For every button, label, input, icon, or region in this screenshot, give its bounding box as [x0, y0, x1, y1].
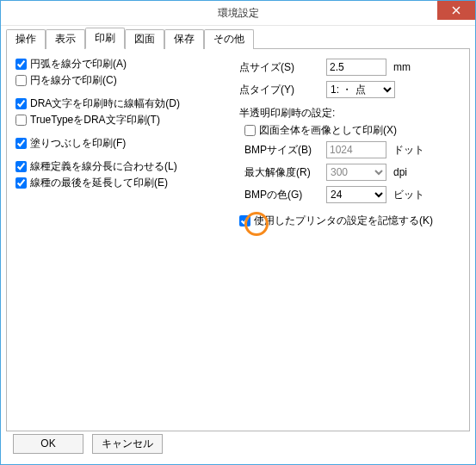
lbl-bmp-size: BMPサイズ(B): [244, 143, 321, 158]
lbl-point-size: 点サイズ(S): [239, 60, 321, 75]
chk-linestyle-fit[interactable]: 線種定義を線分長に合わせる(L): [15, 159, 231, 174]
input-bmp-size[interactable]: [326, 141, 386, 158]
right-column: 点サイズ(S) mm 点タイプ(Y) 1: ・ 点 半透明印刷時の設定: 図面全…: [239, 56, 461, 424]
chk-fill-print[interactable]: 塗りつぶしを印刷(F): [15, 136, 231, 151]
unit-point-size: mm: [393, 61, 411, 73]
tab-sousa[interactable]: 操作: [6, 29, 46, 49]
unit-bmp-color: ビット: [393, 188, 424, 202]
tab-zumen[interactable]: 図面: [125, 29, 164, 49]
close-button[interactable]: [437, 1, 475, 20]
ok-button[interactable]: OK: [13, 434, 83, 454]
chk-remember-printer[interactable]: 使用したプリンタの設定を記憶する(K): [239, 214, 461, 228]
chk-truetype-as-dra-box[interactable]: [15, 115, 27, 126]
chk-remember-printer-box[interactable]: [239, 215, 250, 226]
lbl-semi-header: 半透明印刷時の設定:: [239, 106, 461, 121]
lbl-max-res: 最大解像度(R): [244, 165, 321, 180]
left-column: 円弧を線分で印刷(A) 円を線分で印刷(C) DRA文字を印刷時に線幅有効(D)…: [15, 56, 231, 424]
chk-linestyle-extend-box[interactable]: [15, 177, 27, 189]
tab-sonota[interactable]: その他: [204, 29, 254, 49]
chk-print-whole-image-box[interactable]: [244, 125, 256, 136]
chk-dra-linewidth[interactable]: DRA文字を印刷時に線幅有効(D): [15, 96, 231, 111]
chk-fill-print-box[interactable]: [15, 138, 27, 149]
select-bmp-color[interactable]: 24: [326, 186, 386, 203]
titlebar: 環境設定: [1, 1, 475, 26]
chk-arc-as-lines[interactable]: 円弧を線分で印刷(A): [15, 57, 231, 71]
chk-dra-linewidth-box[interactable]: [15, 98, 27, 109]
chk-arc-as-lines-box[interactable]: [15, 59, 27, 70]
select-max-res[interactable]: 300: [326, 164, 386, 181]
lbl-bmp-color: BMPの色(G): [244, 188, 321, 202]
chk-linestyle-fit-box[interactable]: [15, 161, 27, 172]
select-point-type[interactable]: 1: ・ 点: [326, 81, 395, 98]
tab-strip: 操作 表示 印刷 図面 保存 その他: [6, 29, 470, 48]
tab-insatsu[interactable]: 印刷: [85, 28, 125, 49]
input-point-size[interactable]: [326, 59, 386, 76]
bottom-bar: OK キャンセル: [6, 431, 470, 459]
print-panel: 円弧を線分で印刷(A) 円を線分で印刷(C) DRA文字を印刷時に線幅有効(D)…: [6, 48, 470, 431]
tab-hyouji[interactable]: 表示: [46, 29, 85, 49]
close-icon: [452, 6, 461, 15]
window-title: 環境設定: [218, 6, 259, 21]
chk-circle-as-lines-box[interactable]: [15, 75, 27, 86]
tab-hozon[interactable]: 保存: [164, 29, 204, 49]
chk-print-whole-image[interactable]: 図面全体を画像として印刷(X): [244, 123, 461, 138]
chk-truetype-as-dra[interactable]: TrueTypeをDRA文字印刷(T): [15, 113, 231, 127]
cancel-button[interactable]: キャンセル: [92, 434, 163, 454]
chk-linestyle-extend[interactable]: 線種の最後を延長して印刷(E): [15, 176, 231, 190]
unit-bmp-size: ドット: [393, 143, 424, 158]
chk-circle-as-lines[interactable]: 円を線分で印刷(C): [15, 73, 231, 88]
lbl-point-type: 点タイプ(Y): [239, 83, 321, 97]
unit-max-res: dpi: [393, 166, 407, 178]
